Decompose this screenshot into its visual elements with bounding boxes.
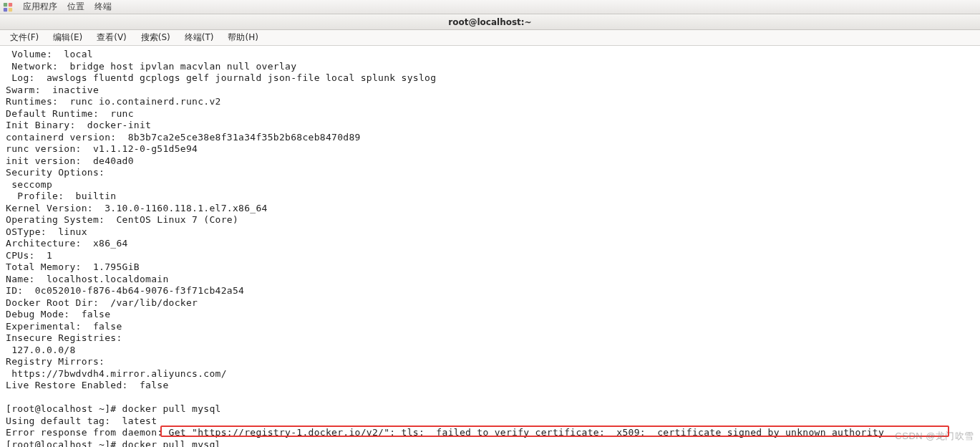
terminal-line: Live Restore Enabled: false bbox=[6, 380, 169, 390]
terminal-line: Total Memory: 1.795GiB bbox=[6, 261, 140, 272]
terminal-line: CPUs: 1 bbox=[6, 250, 52, 261]
terminal-line: Security Options: bbox=[6, 167, 105, 178]
terminal-line: Runtimes: runc io.containerd.runc.v2 bbox=[6, 96, 221, 107]
panel-active-window[interactable]: 终端 bbox=[94, 1, 112, 13]
terminal-line: OSType: linux bbox=[6, 226, 87, 237]
terminal-line: Using default tag: latest bbox=[6, 415, 157, 426]
terminal-line: Log: awslogs fluentd gcplogs gelf journa… bbox=[6, 72, 436, 83]
terminal-line: Profile: builtin bbox=[6, 191, 116, 201]
terminal-line: Volume: local bbox=[6, 49, 93, 59]
terminal-output[interactable]: Volume: local Network: bridge host ipvla… bbox=[0, 46, 980, 447]
terminal-line: Name: localhost.localdomain bbox=[6, 274, 169, 284]
svg-rect-1 bbox=[9, 2, 12, 6]
terminal-line: Debug Mode: false bbox=[6, 309, 110, 319]
terminal-line: Swarm: inactive bbox=[6, 85, 99, 95]
window-title-bar: root@localhost:~ bbox=[0, 14, 980, 30]
terminal-line: runc version: v1.1.12-0-g51d5e94 bbox=[6, 143, 198, 154]
menu-search[interactable]: 搜索(S) bbox=[135, 30, 176, 45]
terminal-line: Network: bridge host ipvlan macvlan null… bbox=[6, 61, 296, 72]
menu-file[interactable]: 文件(F) bbox=[4, 30, 44, 45]
terminal-line: seccomp bbox=[6, 179, 52, 190]
terminal-line: [root@localhost ~]# docker pull mysql bbox=[6, 439, 221, 448]
terminal-line: Error response from daemon: Get "https:/… bbox=[6, 427, 884, 438]
menu-view[interactable]: 查看(V) bbox=[91, 30, 132, 45]
terminal-line: https://7bwdvdh4.mirror.aliyuncs.com/ bbox=[6, 368, 227, 379]
terminal-line: Experimental: false bbox=[6, 321, 122, 332]
terminal-menu-bar: 文件(F) 编辑(E) 查看(V) 搜索(S) 终端(T) 帮助(H) bbox=[0, 30, 980, 46]
svg-rect-0 bbox=[4, 2, 7, 6]
terminal-line: Init Binary: docker-init bbox=[6, 120, 151, 130]
terminal-line: Default Runtime: runc bbox=[6, 108, 134, 119]
terminal-line: containerd version: 8b3b7ca2e5ce38e8f31a… bbox=[6, 132, 361, 143]
panel-applications-menu[interactable]: 应用程序 bbox=[23, 1, 57, 13]
terminal-line: ID: 0c052010-f876-4b64-9076-f3f71cb42a54 bbox=[6, 285, 244, 296]
terminal-line: Insecure Registries: bbox=[6, 332, 122, 343]
activities-icon bbox=[3, 2, 13, 12]
svg-rect-3 bbox=[9, 7, 12, 11]
desktop-top-panel: 应用程序 位置 终端 bbox=[0, 0, 980, 14]
menu-edit[interactable]: 编辑(E) bbox=[47, 30, 88, 45]
terminal-line: Registry Mirrors: bbox=[6, 356, 105, 367]
terminal-line: Docker Root Dir: /var/lib/docker bbox=[6, 297, 198, 308]
terminal-line: Operating System: CentOS Linux 7 (Core) bbox=[6, 214, 238, 225]
panel-places-menu[interactable]: 位置 bbox=[67, 1, 84, 13]
terminal-line: 127.0.0.0/8 bbox=[6, 345, 76, 355]
window-title: root@localhost:~ bbox=[448, 17, 531, 27]
terminal-line: init version: de40ad0 bbox=[6, 155, 134, 166]
terminal-line: Kernel Version: 3.10.0-1160.118.1.el7.x8… bbox=[6, 203, 268, 213]
terminal-line: [root@localhost ~]# docker pull mysql bbox=[6, 403, 221, 414]
watermark-text: CSDN @龙门吹雪 bbox=[895, 430, 974, 443]
svg-rect-2 bbox=[4, 7, 7, 11]
menu-help[interactable]: 帮助(H) bbox=[222, 30, 263, 45]
menu-terminal[interactable]: 终端(T) bbox=[179, 30, 220, 45]
terminal-line: Architecture: x86_64 bbox=[6, 238, 128, 249]
